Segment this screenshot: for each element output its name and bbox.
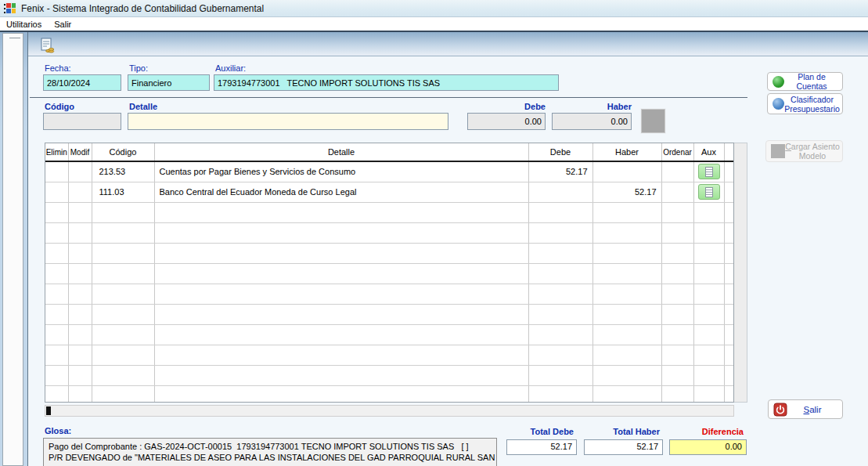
- grid-header-detalle: Detalle: [154, 143, 528, 161]
- scrollbar-thumb[interactable]: [46, 406, 51, 415]
- title-bar: Fenix - Sistema Integrado de Contabilida…: [0, 0, 868, 17]
- detalle-input[interactable]: [128, 113, 448, 130]
- grid-header-haber: Haber: [592, 143, 661, 161]
- debe-label: Debe: [467, 102, 546, 111]
- salir-label: Salir: [787, 405, 837, 414]
- grid-row: [45, 222, 734, 243]
- debe-input[interactable]: [467, 113, 546, 130]
- document-coins-icon: [39, 38, 55, 53]
- grid-header-codigo: Código: [92, 143, 154, 161]
- glosa-textarea[interactable]: Pago del Comprobante : GAS-2024-OCT-0001…: [43, 438, 497, 466]
- glosa-label: Glosa:: [45, 426, 71, 435]
- separator-line: [30, 97, 747, 98]
- grid-row: [45, 365, 734, 385]
- auxiliar-label: Auxiliar:: [215, 63, 246, 73]
- total-haber-label: Total Haber: [584, 427, 660, 436]
- aux-button[interactable]: [698, 164, 720, 179]
- aux-button[interactable]: [698, 184, 720, 200]
- menu-item-salir[interactable]: Salir: [48, 18, 77, 30]
- codigo-input[interactable]: [43, 113, 121, 130]
- glosa-line-2: P/R DEVENGADO de "MATERIALES DE ASEO PAR…: [49, 452, 492, 463]
- grid-right-strip: [734, 143, 747, 403]
- cargar-asiento-modelo-label: Cargar Asiento Modelo: [785, 142, 840, 161]
- grid-header-modif: Modif: [68, 143, 92, 161]
- tipo-input[interactable]: [128, 74, 210, 91]
- grip-icon: [9, 38, 20, 38]
- grid-row: [45, 243, 734, 263]
- form-toolbar: [28, 32, 868, 56]
- glosa-line-1: Pago del Comprobante : GAS-2024-OCT-0001…: [49, 441, 492, 452]
- grid-row: [45, 345, 734, 365]
- grid-header-ordenar: Ordenar: [661, 143, 693, 161]
- total-debe-field: 52.17: [506, 439, 577, 455]
- menu-item-utilitarios[interactable]: Utilitarios: [0, 18, 48, 30]
- plan-de-cuentas-label: Plan de Cuentas: [784, 72, 839, 91]
- grid-row: [45, 324, 734, 345]
- diferencia-field: 0.00: [669, 439, 747, 455]
- fecha-input[interactable]: [43, 74, 121, 91]
- menu-bar: Utilitarios Salir: [0, 17, 868, 31]
- app-icon: [4, 2, 16, 15]
- grid-row[interactable]: 213.53 Cuentas por Pagar Bienes y Servic…: [45, 161, 734, 182]
- entries-grid: Elimin Modif Código Detalle Debe Haber O…: [45, 143, 734, 403]
- grid-row: [45, 202, 734, 222]
- grid-header-row: Elimin Modif Código Detalle Debe Haber O…: [45, 143, 734, 161]
- grid-row[interactable]: 111.03 Banco Central del Ecuador Moneda …: [45, 182, 734, 202]
- salir-button[interactable]: Salir: [768, 399, 843, 419]
- codigo-label: Código: [45, 102, 74, 111]
- app-window: Fenix - Sistema Integrado de Contabilida…: [0, 0, 868, 466]
- document-icon: [705, 167, 713, 177]
- haber-label: Haber: [552, 102, 632, 111]
- clasificador-presupuestario-button[interactable]: Clasificador Presupuestario: [767, 93, 843, 114]
- horizontal-scrollbar[interactable]: [45, 405, 734, 417]
- grid-row: [45, 304, 734, 324]
- grid-row: [45, 385, 734, 403]
- diferencia-label: Diferencia: [669, 427, 744, 436]
- fecha-label: Fecha:: [45, 63, 71, 73]
- cargar-asiento-modelo-button[interactable]: Cargar Asiento Modelo: [765, 140, 843, 162]
- grid-header-elimin: Elimin: [45, 143, 68, 161]
- total-haber-field: 52.17: [584, 439, 663, 455]
- grid-header-debe: Debe: [528, 143, 592, 161]
- gray-square-button[interactable]: [641, 109, 665, 133]
- detalle-label: Detalle: [129, 102, 157, 111]
- collapsed-window-panel[interactable]: [2, 33, 23, 466]
- grid-header-filler: [724, 143, 734, 161]
- grid-row: [45, 284, 734, 304]
- power-icon: [773, 403, 787, 417]
- clasificador-label: Clasificador Presupuestario: [784, 95, 840, 114]
- blue-sphere-icon: [773, 98, 784, 110]
- haber-input[interactable]: [552, 113, 632, 130]
- grid-body: 213.53 Cuentas por Pagar Bienes y Servic…: [45, 161, 734, 403]
- total-debe-label: Total Debe: [506, 427, 574, 436]
- grid-row: [45, 263, 734, 284]
- auxiliar-input[interactable]: [214, 74, 559, 91]
- new-voucher-button[interactable]: [37, 36, 57, 55]
- grid-header-aux: Aux: [693, 143, 724, 161]
- plan-de-cuentas-button[interactable]: Plan de Cuentas: [767, 72, 843, 91]
- window-title: Fenix - Sistema Integrado de Contabilida…: [21, 3, 264, 14]
- tipo-label: Tipo:: [129, 63, 148, 73]
- gray-square-icon: [771, 144, 785, 158]
- green-sphere-icon: [773, 76, 784, 88]
- document-icon: [705, 187, 713, 197]
